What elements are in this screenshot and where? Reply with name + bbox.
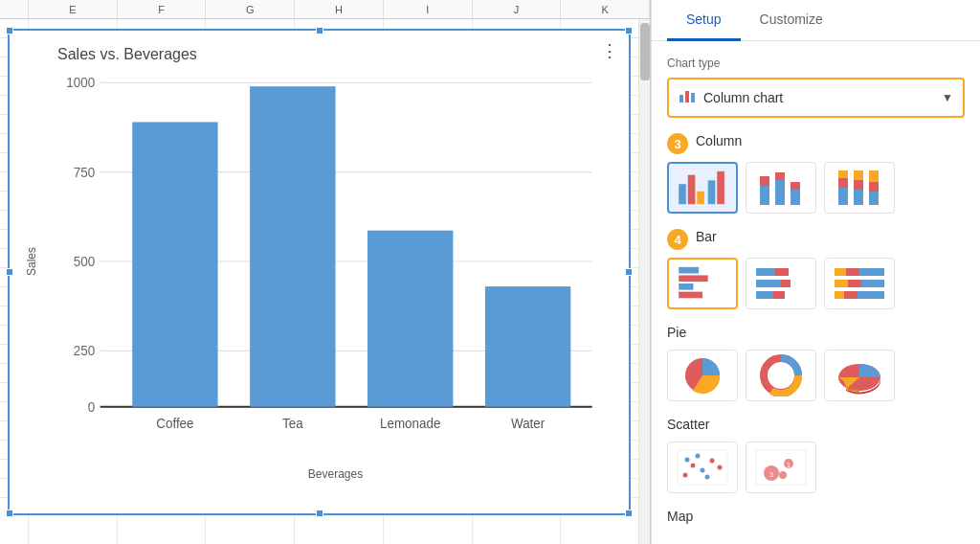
right-panel: Setup Customize Chart type Column chart …: [651, 0, 980, 544]
chart-thumb-col-100[interactable]: [824, 162, 895, 214]
handle-top-left[interactable]: [6, 27, 13, 34]
handle-middle-right[interactable]: [625, 268, 633, 276]
chart-type-name: Column chart: [703, 90, 942, 105]
svg-rect-26: [791, 190, 800, 205]
col-header-k: K: [561, 0, 650, 18]
pie-chart-grid: [667, 350, 965, 401]
col-header-g: G: [206, 0, 295, 18]
column-section-header: 3 Column: [667, 133, 965, 160]
svg-rect-18: [688, 175, 696, 205]
column-headers: E F G H I J K: [0, 0, 650, 19]
svg-rect-49: [835, 268, 846, 276]
scatter-chart-grid: 3 1: [667, 442, 965, 493]
step-3-bubble: 3: [667, 133, 688, 154]
chart-thumb-col-stacked[interactable]: [746, 162, 816, 214]
column-chart-grid: [667, 162, 965, 214]
svg-rect-36: [869, 170, 879, 182]
dropdown-arrow-icon: ▼: [942, 91, 953, 104]
svg-rect-43: [756, 280, 781, 287]
svg-text:1: 1: [787, 462, 791, 468]
svg-rect-25: [775, 172, 785, 180]
spreadsheet-area: E F G H I J K: [0, 0, 651, 544]
chart-thumb-bar-stacked[interactable]: [746, 258, 816, 309]
svg-rect-14: [679, 95, 683, 102]
svg-rect-22: [760, 186, 769, 205]
svg-rect-40: [679, 292, 702, 299]
column-section-title: Column: [696, 133, 742, 148]
col-header-j: J: [473, 0, 562, 18]
chart-thumb-pie-3d[interactable]: [824, 350, 895, 401]
scrollbar-thumb[interactable]: [640, 23, 650, 80]
col-header-e: E: [29, 0, 118, 18]
svg-rect-15: [685, 91, 689, 102]
handle-middle-left[interactable]: [6, 268, 13, 276]
chart-more-button[interactable]: ⋮: [601, 40, 619, 61]
svg-rect-38: [679, 275, 708, 282]
svg-rect-21: [717, 171, 724, 204]
scrollbar-track[interactable]: [638, 19, 650, 544]
scatter-section-title: Scatter: [667, 417, 965, 432]
row-num-header: [0, 0, 29, 18]
col-header-i: I: [384, 0, 473, 18]
svg-rect-45: [756, 291, 773, 299]
chart-thumb-bar-100[interactable]: [824, 258, 895, 309]
svg-text:3: 3: [769, 470, 774, 479]
chart-type-dropdown[interactable]: Column chart ▼: [667, 78, 965, 118]
handle-bottom-left[interactable]: [6, 510, 13, 517]
chart-inner: Sales Beverages 1000 750 500 250 0: [57, 71, 613, 452]
svg-text:250: 250: [74, 343, 95, 359]
bar-tea: [250, 86, 335, 407]
bar-section-header: 4 Bar: [667, 229, 965, 256]
svg-text:Water: Water: [511, 415, 545, 431]
chart-thumb-scatter-bubble[interactable]: 3 1: [746, 442, 816, 493]
svg-point-63: [685, 458, 690, 463]
col-header-f: F: [118, 0, 207, 18]
svg-text:750: 750: [74, 164, 95, 180]
svg-rect-16: [691, 93, 695, 102]
svg-rect-39: [679, 283, 693, 290]
svg-rect-33: [854, 170, 863, 180]
pie-section-title: Pie: [667, 325, 965, 340]
panel-body: Chart type Column chart ▼ 3 Column: [652, 41, 980, 544]
chart-container: Sales vs. Beverages ⋮ Sales Beverages 10…: [8, 29, 631, 515]
svg-rect-27: [791, 182, 800, 190]
tab-setup[interactable]: Setup: [667, 0, 741, 41]
chart-thumb-pie-regular[interactable]: [667, 350, 738, 401]
svg-point-65: [710, 459, 715, 464]
svg-rect-52: [835, 280, 848, 287]
svg-point-67: [718, 465, 723, 470]
bar-section-title: Bar: [696, 229, 717, 244]
svg-text:Coffee: Coffee: [156, 415, 193, 431]
chart-type-icon: [679, 87, 696, 108]
tab-customize[interactable]: Customize: [741, 0, 842, 41]
step-4-bubble: 4: [667, 229, 688, 250]
svg-text:0: 0: [88, 398, 96, 415]
svg-point-64: [701, 468, 705, 473]
svg-rect-44: [781, 280, 791, 287]
bar-lemonade: [368, 231, 453, 407]
svg-text:1000: 1000: [66, 75, 95, 91]
chart-title: Sales vs. Beverages: [57, 46, 613, 63]
svg-rect-69: [756, 450, 806, 485]
svg-rect-41: [756, 268, 775, 276]
svg-rect-42: [775, 268, 789, 276]
chart-thumb-pie-donut[interactable]: [746, 350, 816, 401]
chart-thumb-scatter-regular[interactable]: [667, 442, 738, 493]
handle-bottom-right[interactable]: [625, 510, 633, 517]
chart-type-label: Chart type: [667, 57, 965, 70]
handle-top-right[interactable]: [625, 27, 633, 34]
handle-bottom-center[interactable]: [316, 510, 323, 517]
svg-point-68: [696, 454, 701, 459]
y-axis-label: Sales: [25, 247, 38, 276]
chart-thumb-col-clustered[interactable]: [667, 162, 738, 214]
svg-rect-19: [697, 192, 704, 204]
chart-thumb-bar-clustered[interactable]: [667, 258, 738, 309]
handle-top-center[interactable]: [316, 27, 323, 34]
bar-chart-svg: 1000 750 500 250 0 Coffee Tea Lemonade W…: [57, 71, 613, 452]
svg-rect-17: [679, 184, 686, 204]
map-section-title: Map: [667, 509, 965, 524]
svg-rect-30: [838, 170, 848, 178]
svg-text:Tea: Tea: [282, 415, 303, 431]
bar-water: [485, 286, 570, 407]
svg-point-61: [683, 473, 688, 478]
